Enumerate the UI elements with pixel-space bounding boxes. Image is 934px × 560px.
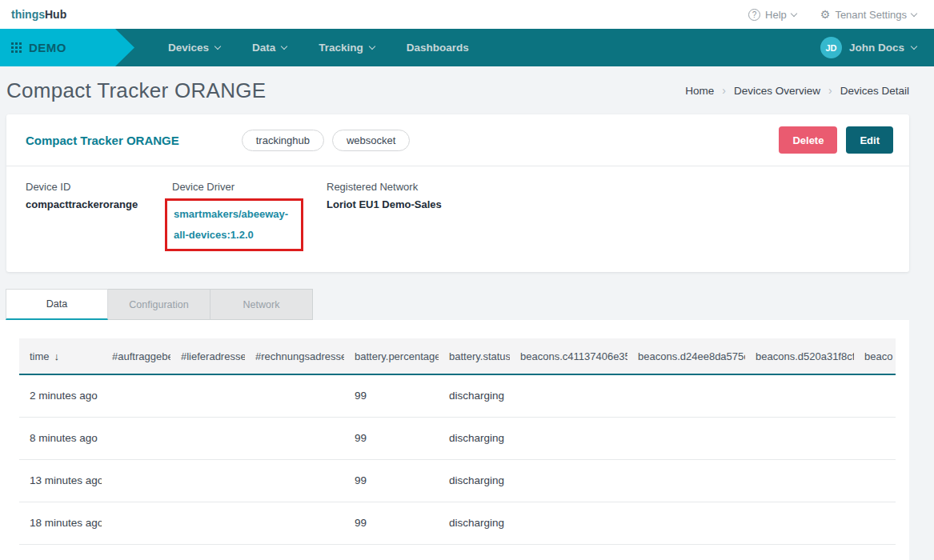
registered-network-value: Loriot EU1 Demo-Sales [327, 198, 442, 210]
logo-part1: things [11, 8, 45, 21]
tag-trackinghub: trackinghub [242, 130, 324, 151]
device-card-header: Compact Tracker ORANGE trackinghub webso… [6, 114, 909, 166]
chevron-down-icon [369, 43, 375, 50]
page-title: Compact Tracker ORANGE [6, 78, 266, 103]
table-cell: 13 minutes ago [19, 459, 102, 502]
table-cell [627, 502, 745, 544]
device-name: Compact Tracker ORANGE [26, 134, 179, 147]
table-cell [510, 374, 627, 417]
table-cell [510, 459, 627, 502]
device-details: Device ID compacttrackerorange Device Dr… [6, 166, 909, 272]
nav-menu: DevicesDataTrackingDashboards [168, 42, 469, 54]
table-cell [745, 544, 854, 560]
table-cell [170, 417, 245, 459]
column-header-label: battery.percentage [355, 350, 439, 362]
device-driver-label: Device Driver [172, 181, 327, 193]
table-row[interactable]: 2 minutes ago99discharging [19, 374, 896, 417]
table-row[interactable]: 8 minutes ago99discharging [19, 417, 896, 459]
breadcrumb: Home › Devices Overview › Devices Detail [685, 84, 909, 97]
breadcrumb-separator-icon: › [828, 84, 832, 97]
table-cell: 2 minutes ago [19, 374, 102, 417]
table-cell [854, 544, 896, 560]
column-header-rechnungsadresse[interactable]: #rechnungsadresse [245, 338, 344, 374]
breadcrumb-home[interactable]: Home [685, 85, 714, 97]
column-header-battery-percentage[interactable]: battery.percentage [344, 338, 439, 374]
nav-item-data[interactable]: Data [252, 42, 287, 54]
column-header-beacons-d24ee8da575c[interactable]: beacons.d24ee8da575c [627, 338, 745, 374]
page-header: Compact Tracker ORANGE Home › Devices Ov… [0, 66, 934, 114]
nav-item-dashboards[interactable]: Dashboards [407, 42, 469, 54]
table-cell [245, 374, 344, 417]
table-cell [102, 544, 170, 560]
sort-desc-icon: ↓ [54, 350, 60, 362]
chevron-down-icon [911, 10, 917, 16]
nav-item-devices[interactable]: Devices [168, 42, 220, 54]
tag-websocket: websocket [332, 130, 410, 151]
table-cell [854, 417, 896, 459]
table-cell [627, 459, 745, 502]
device-id-value: compacttrackerorange [26, 198, 172, 210]
delete-button[interactable]: Delete [779, 126, 837, 154]
breadcrumb-devices-detail: Devices Detail [840, 85, 909, 97]
table-body: 2 minutes ago99discharging8 minutes ago9… [19, 374, 896, 560]
column-header-label: battery.status [449, 350, 510, 362]
device-driver-link[interactable]: smartmakers/abeeway-all-devices:1.2.0 [174, 204, 295, 246]
table-cell [245, 417, 344, 459]
logo-part2: Hub [45, 8, 66, 21]
table-cell [627, 544, 745, 560]
column-header-label: time [30, 350, 50, 362]
nav-item-label: Tracking [319, 42, 363, 54]
tab-configuration[interactable]: Configuration [108, 289, 210, 320]
column-header-label: beacons.c41137406e35 [520, 350, 627, 362]
table-cell: 99 [344, 544, 439, 560]
table-row[interactable]: 18 minutes ago99discharging [19, 502, 896, 544]
apps-grid-icon [11, 42, 22, 53]
breadcrumb-devices-overview[interactable]: Devices Overview [734, 85, 820, 97]
table-cell: 24 minutes ago [19, 544, 102, 560]
edit-button[interactable]: Edit [846, 126, 893, 154]
column-header-time[interactable]: time↓ [19, 338, 102, 374]
detail-tabs: Data Configuration Network [6, 289, 934, 320]
device-id-label: Device ID [26, 181, 172, 193]
table-cell: discharging [439, 417, 510, 459]
chevron-down-icon [281, 43, 287, 50]
table-row[interactable]: 24 minutes ago99discharging [19, 544, 896, 560]
thingshub-logo[interactable]: thingsHub [11, 8, 66, 21]
user-name: John Docs [849, 42, 904, 54]
table-cell: discharging [439, 374, 510, 417]
table-row[interactable]: 13 minutes ago99discharging [19, 459, 896, 502]
nav-item-label: Devices [168, 42, 209, 54]
nav-item-label: Dashboards [407, 42, 469, 54]
tab-network[interactable]: Network [210, 289, 313, 320]
table-cell: discharging [439, 544, 510, 560]
user-menu[interactable]: JD John Docs [820, 37, 916, 58]
nav-item-label: Data [252, 42, 275, 54]
data-table-container: time↓#auftraggeber#lieferadresse#rechnun… [19, 338, 896, 560]
table-cell [745, 502, 854, 544]
avatar: JD [820, 37, 842, 58]
column-header-label: #lieferadresse [181, 350, 245, 362]
tenant-switcher[interactable]: DEMO [0, 29, 134, 66]
data-tab-panel: time↓#auftraggeber#lieferadresse#rechnun… [0, 320, 909, 560]
column-header-label: beacons.d24ee8da575c [638, 350, 745, 362]
table-cell [102, 459, 170, 502]
column-header-label: #auftraggeber [112, 350, 170, 362]
tenant-settings-label: Tenant Settings [835, 9, 907, 21]
column-header-auftraggeber[interactable]: #auftraggeber [102, 338, 170, 374]
table-cell [854, 374, 896, 417]
chevron-down-icon [911, 43, 917, 50]
table-cell [510, 502, 627, 544]
table-cell [170, 544, 245, 560]
table-cell [745, 459, 854, 502]
help-menu[interactable]: ? Help [748, 9, 796, 21]
main-navbar: DEMO DevicesDataTrackingDashboards JD Jo… [0, 29, 934, 66]
column-header-beacons-c41137406e35[interactable]: beacons.c41137406e35 [510, 338, 627, 374]
tenant-settings-menu[interactable]: ⚙ Tenant Settings [820, 9, 916, 21]
tab-data[interactable]: Data [6, 289, 108, 320]
table-cell [627, 374, 745, 417]
column-header-lieferadresse[interactable]: #lieferadresse [170, 338, 245, 374]
nav-item-tracking[interactable]: Tracking [319, 42, 375, 54]
column-header-beacons-d520a31f8cf2[interactable]: beacons.d520a31f8cf2 [745, 338, 854, 374]
column-header-beaco[interactable]: beaco [854, 338, 896, 374]
column-header-battery-status[interactable]: battery.status [439, 338, 510, 374]
